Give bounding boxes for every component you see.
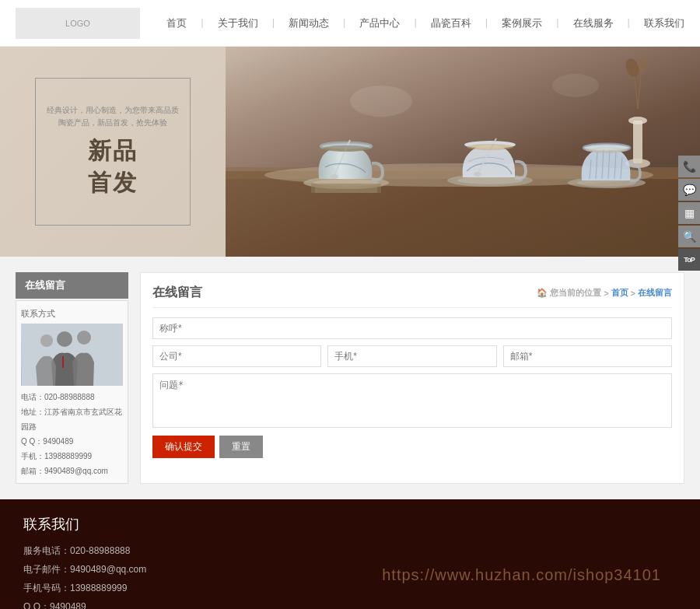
footer-contact-title: 联系我们 — [23, 515, 163, 534]
nav-wiki[interactable]: 晶瓷百科 — [431, 16, 471, 30]
banner-inner-box: 经典设计，用心制造，为您带来高品质陶瓷产品，新品首发，抢先体验 新品 首发 — [35, 78, 191, 226]
svg-point-17 — [457, 177, 523, 184]
svg-point-37 — [552, 74, 599, 97]
sidebar: 在线留言 联系方式 电话：020-88988888 — [16, 272, 128, 484]
footer-contact-info: 联系我们 服务电话：020-88988888 电子邮件：9490489@qq.c… — [23, 515, 163, 609]
form-row-question — [152, 373, 672, 428]
svg-point-31 — [323, 145, 369, 152]
svg-point-33 — [586, 148, 628, 153]
email-input[interactable] — [503, 345, 672, 367]
nav-cases[interactable]: 案例展示 — [502, 16, 542, 30]
svg-rect-4 — [633, 121, 642, 163]
main-nav: 首页 | 关于我们 | 新闻动态 | 产品中心 | 晶瓷百科 | 案例展示 | … — [166, 16, 684, 30]
nav-about[interactable]: 关于我们 — [218, 16, 258, 30]
svg-point-36 — [350, 86, 412, 117]
sidebar-title: 在线留言 — [16, 272, 128, 299]
form-area: 在线留言 🏠 您当前的位置 > 首页 > 在线留言 确 — [140, 272, 684, 484]
svg-point-20 — [474, 172, 481, 177]
nav-products[interactable]: 产品中心 — [359, 16, 400, 30]
question-textarea[interactable] — [152, 373, 672, 428]
form-row-name — [152, 317, 672, 339]
main-content: 在线留言 联系方式 电话：020-88988888 — [0, 257, 700, 499]
banner-title: 新品 首发 — [88, 135, 138, 199]
home-icon: 🏠 — [537, 288, 548, 298]
search-side-btn[interactable]: 🔍 — [678, 226, 700, 247]
submit-button[interactable]: 确认提交 — [152, 436, 215, 458]
chat-side-btn[interactable]: 💬 — [678, 179, 700, 201]
svg-point-32 — [467, 144, 513, 150]
sidebar-image — [21, 324, 123, 386]
svg-point-40 — [77, 331, 91, 345]
reset-button[interactable]: 重置 — [219, 436, 263, 458]
sidebar-contact-label: 联系方式 — [21, 306, 123, 324]
header: LOGO 首页 | 关于我们 | 新闻动态 | 产品中心 | 晶瓷百科 | 案例… — [0, 0, 700, 47]
svg-point-39 — [57, 331, 72, 347]
svg-point-41 — [40, 334, 53, 347]
banner-svg — [226, 47, 700, 257]
sidebar-contact: 联系方式 电话：020-88988888 地址：江苏省南京市玄武区花园路 — [16, 300, 128, 484]
form-divider — [152, 307, 672, 308]
svg-rect-42 — [62, 356, 64, 368]
breadcrumb-home[interactable]: 首页 — [611, 287, 628, 299]
form-title-row: 在线留言 🏠 您当前的位置 > 首页 > 在线留言 — [152, 285, 672, 301]
footer-watermark: https://www.huzhan.com/ishop34101 — [366, 558, 677, 592]
nav-contact[interactable]: 联系我们 — [644, 16, 684, 30]
nav-home[interactable]: 首页 — [166, 16, 187, 30]
company-input[interactable] — [152, 345, 321, 367]
phone-side-btn[interactable]: 📞 — [678, 156, 700, 177]
form-buttons: 确认提交 重置 — [152, 436, 672, 458]
banner-subtitle: 经典设计，用心制造，为您带来高品质陶瓷产品，新品首发，抢先体验 — [44, 104, 182, 129]
nav-service[interactable]: 在线服务 — [573, 16, 614, 30]
nav-news[interactable]: 新闻动态 — [289, 16, 329, 30]
qr-side-btn[interactable]: ▦ — [678, 202, 700, 224]
sidebar-people-svg — [22, 324, 123, 386]
logo: LOGO — [16, 8, 140, 39]
banner-photo — [226, 47, 700, 257]
breadcrumb: 🏠 您当前的位置 > 首页 > 在线留言 — [537, 287, 672, 299]
side-buttons: 📞 💬 ▦ 🔍 ToP — [678, 156, 700, 271]
banner: 经典设计，用心制造，为您带来高品质陶瓷产品，新品首发，抢先体验 新品 首发 — [0, 47, 700, 257]
footer-dark: 联系我们 服务电话：020-88988888 电子邮件：9490489@qq.c… — [0, 499, 700, 609]
form-title-text: 在线留言 — [152, 285, 202, 301]
footer-dark-info: 服务电话：020-88988888 电子邮件：9490489@qq.com 手机… — [23, 541, 163, 609]
name-input[interactable] — [152, 317, 672, 339]
banner-left: 经典设计，用心制造，为您带来高品质陶瓷产品，新品首发，抢先体验 新品 首发 — [0, 47, 226, 257]
form-row-contact — [152, 345, 672, 367]
sidebar-info: 电话：020-88988888 地址：江苏省南京市玄武区花园路 Q Q：9490… — [21, 390, 123, 478]
svg-rect-35 — [315, 187, 377, 193]
phone-input[interactable] — [327, 345, 496, 367]
top-side-btn[interactable]: ToP — [678, 249, 700, 271]
svg-point-15 — [331, 174, 338, 179]
breadcrumb-current: 在线留言 — [638, 287, 672, 299]
